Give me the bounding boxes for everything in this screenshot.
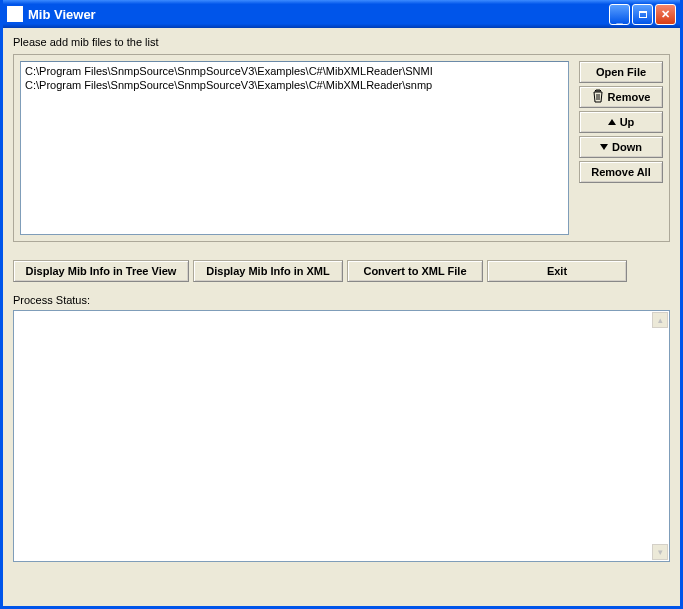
- scroll-down-button[interactable]: ▾: [652, 544, 668, 560]
- window-title: Mib Viewer: [28, 7, 609, 22]
- action-button-row: Display Mib Info in Tree View Display Mi…: [13, 260, 670, 282]
- trash-icon: [592, 89, 604, 105]
- process-status-label: Process Status:: [13, 294, 670, 306]
- arrow-up-icon: [608, 119, 616, 125]
- minimize-icon: _: [616, 13, 622, 24]
- maximize-icon: [639, 11, 647, 18]
- chevron-down-icon: ▾: [658, 547, 663, 557]
- scroll-up-button[interactable]: ▴: [652, 312, 668, 328]
- app-window: Mib Viewer _ ✕ Please add mib files to t…: [0, 0, 683, 609]
- up-label: Up: [620, 116, 635, 128]
- remove-all-label: Remove All: [591, 166, 651, 178]
- up-button[interactable]: Up: [579, 111, 663, 133]
- instruction-label: Please add mib files to the list: [13, 36, 670, 48]
- file-list[interactable]: C:\Program Files\SnmpSource\SnmpSourceV3…: [20, 61, 569, 235]
- close-button[interactable]: ✕: [655, 4, 676, 25]
- process-status-box[interactable]: ▴ ▾: [13, 310, 670, 562]
- exit-label: Exit: [547, 265, 567, 277]
- down-label: Down: [612, 141, 642, 153]
- app-icon: [7, 6, 23, 22]
- titlebar: Mib Viewer _ ✕: [3, 0, 680, 28]
- content-area: Please add mib files to the list C:\Prog…: [3, 28, 680, 606]
- maximize-button[interactable]: [632, 4, 653, 25]
- convert-label: Convert to XML File: [363, 265, 466, 277]
- display-xml-button[interactable]: Display Mib Info in XML: [193, 260, 343, 282]
- close-icon: ✕: [661, 9, 670, 20]
- list-item[interactable]: C:\Program Files\SnmpSource\SnmpSourceV3…: [23, 78, 566, 92]
- exit-button[interactable]: Exit: [487, 260, 627, 282]
- minimize-button[interactable]: _: [609, 4, 630, 25]
- window-controls: _ ✕: [609, 4, 676, 25]
- chevron-up-icon: ▴: [658, 315, 663, 325]
- display-tree-view-button[interactable]: Display Mib Info in Tree View: [13, 260, 189, 282]
- side-button-column: Open File Remove Up Down Remove All: [579, 61, 663, 235]
- list-item[interactable]: C:\Program Files\SnmpSource\SnmpSourceV3…: [23, 64, 566, 78]
- open-file-button[interactable]: Open File: [579, 61, 663, 83]
- convert-xml-button[interactable]: Convert to XML File: [347, 260, 483, 282]
- remove-label: Remove: [608, 91, 651, 103]
- down-button[interactable]: Down: [579, 136, 663, 158]
- xml-view-label: Display Mib Info in XML: [206, 265, 329, 277]
- remove-all-button[interactable]: Remove All: [579, 161, 663, 183]
- tree-view-label: Display Mib Info in Tree View: [26, 265, 177, 277]
- remove-button[interactable]: Remove: [579, 86, 663, 108]
- open-file-label: Open File: [596, 66, 646, 78]
- file-panel: C:\Program Files\SnmpSource\SnmpSourceV3…: [13, 54, 670, 242]
- arrow-down-icon: [600, 144, 608, 150]
